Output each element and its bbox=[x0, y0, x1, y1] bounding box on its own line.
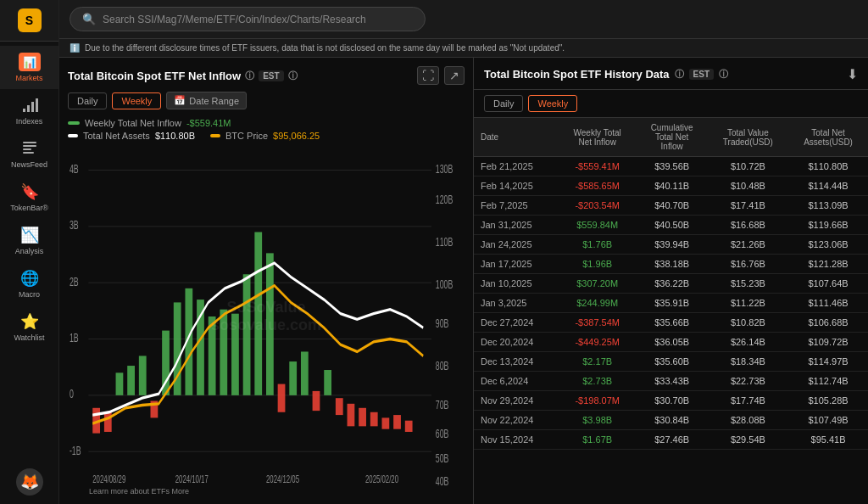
cell-assets: $114.97B bbox=[788, 352, 868, 372]
svg-rect-1 bbox=[27, 105, 30, 112]
cell-date: Feb 21,2025 bbox=[474, 157, 559, 176]
svg-text:120B: 120B bbox=[436, 193, 453, 207]
cell-cumulative: $36.22B bbox=[637, 274, 708, 294]
chart-legend: Weekly Total Net Inflow -$559.41M Total … bbox=[68, 118, 465, 141]
cell-date: Jan 3,2025 bbox=[474, 294, 559, 313]
search-icon: 🔍 bbox=[82, 13, 96, 25]
svg-rect-7 bbox=[23, 152, 34, 154]
cell-traded: $16.76B bbox=[708, 255, 788, 274]
date-range-button[interactable]: 📅 Date Range bbox=[166, 92, 247, 109]
cell-assets: $106.68B bbox=[788, 313, 868, 333]
tokenbar-icon: 🔖 bbox=[20, 182, 39, 201]
right-weekly-tab[interactable]: Weekly bbox=[528, 95, 577, 112]
cell-net-inflow: -$387.54M bbox=[559, 313, 637, 333]
chart-footer-link: Learn more about ETFs More bbox=[68, 485, 465, 496]
right-title: Total Bitcoin Spot ETF History Data ⓘ ES… bbox=[484, 68, 728, 81]
cell-assets: $110.80B bbox=[788, 157, 868, 176]
svg-rect-48 bbox=[301, 351, 309, 395]
svg-text:50B: 50B bbox=[436, 451, 449, 466]
svg-rect-5 bbox=[23, 145, 36, 147]
cell-net-inflow: $1.67B bbox=[559, 430, 637, 450]
svg-rect-41 bbox=[220, 310, 227, 395]
cell-cumulative: $38.18B bbox=[637, 255, 708, 274]
svg-rect-47 bbox=[289, 361, 297, 395]
cell-net-inflow: $244.99M bbox=[559, 294, 637, 313]
cell-date: Nov 22,2024 bbox=[474, 411, 559, 430]
cell-cumulative: $36.05B bbox=[637, 333, 708, 352]
sidebar-item-watchlist[interactable]: ⭐ Watchlist bbox=[0, 305, 58, 349]
daily-tab[interactable]: Daily bbox=[68, 92, 107, 109]
svg-rect-33 bbox=[127, 366, 135, 395]
weekly-tab[interactable]: Weekly bbox=[112, 92, 161, 109]
legend-assets-label: Total Net Assets bbox=[83, 131, 150, 141]
right-header: Total Bitcoin Spot ETF History Data ⓘ ES… bbox=[474, 58, 868, 90]
history-table: Date Weekly TotalNet Inflow CumulativeTo… bbox=[474, 118, 868, 504]
cell-net-inflow: $2.73B bbox=[559, 372, 637, 391]
chart-area: SoSoValuesosovalue.com 4B 3B 2B 1B 0 -1B… bbox=[68, 148, 465, 485]
sidebar-item-newsfeed[interactable]: NewsFeed bbox=[0, 132, 58, 176]
cell-traded: $22.73B bbox=[708, 372, 788, 391]
sidebar-item-tokenbar[interactable]: 🔖 TokenBar® bbox=[0, 176, 58, 219]
sidebar-item-markets[interactable]: 📊 Markets bbox=[0, 46, 58, 89]
cell-net-inflow: -$198.07M bbox=[559, 391, 637, 411]
macro-icon: 🌐 bbox=[20, 269, 39, 288]
table-row: Nov 22,2024 $3.98B $30.84B $28.08B $107.… bbox=[474, 411, 868, 430]
sidebar-item-newsfeed-label: NewsFeed bbox=[11, 160, 47, 169]
cell-assets: $111.46B bbox=[788, 294, 868, 313]
svg-text:1B: 1B bbox=[70, 330, 79, 344]
cell-traded: $17.74B bbox=[708, 391, 788, 411]
share-button[interactable]: ↗ bbox=[444, 66, 465, 85]
svg-rect-57 bbox=[405, 421, 413, 432]
right-info-icon-2: ⓘ bbox=[719, 68, 728, 81]
legend-net-inflow: Weekly Total Net Inflow -$559.41M bbox=[68, 118, 465, 128]
col-net-inflow: Weekly TotalNet Inflow bbox=[559, 118, 637, 157]
svg-rect-4 bbox=[23, 142, 36, 143]
cell-net-inflow: -$203.54M bbox=[559, 196, 637, 216]
svg-text:0: 0 bbox=[70, 387, 74, 401]
panel-title: Total Bitcoin Spot ETF Net Inflow ⓘ EST … bbox=[68, 70, 298, 82]
right-info-icon: ⓘ bbox=[675, 68, 684, 81]
search-bar[interactable]: 🔍 Search SSI/Mag7/Meme/ETF/Coin/Index/Ch… bbox=[70, 7, 426, 31]
cell-date: Dec 6,2024 bbox=[474, 372, 559, 391]
svg-text:60B: 60B bbox=[436, 426, 449, 440]
sidebar-item-watchlist-label: Watchlist bbox=[14, 333, 44, 342]
cell-net-inflow: $1.96B bbox=[559, 255, 637, 274]
download-button[interactable]: ⬇ bbox=[847, 66, 858, 82]
svg-rect-54 bbox=[370, 412, 378, 427]
cell-assets: $105.28B bbox=[788, 391, 868, 411]
user-avatar[interactable]: 🦊 bbox=[16, 468, 43, 496]
svg-rect-53 bbox=[359, 408, 366, 427]
svg-text:40B: 40B bbox=[436, 474, 449, 485]
cell-traded: $26.14B bbox=[708, 333, 788, 352]
sidebar-item-indexes[interactable]: Indexes bbox=[0, 89, 58, 132]
legend-assets: Total Net Assets $110.80B BTC Price $95,… bbox=[68, 131, 465, 141]
fullscreen-button[interactable]: ⛶ bbox=[417, 66, 439, 85]
cell-cumulative: $40.70B bbox=[637, 196, 708, 216]
svg-text:4B: 4B bbox=[70, 161, 79, 176]
svg-rect-43 bbox=[243, 274, 251, 395]
cell-date: Jan 24,2025 bbox=[474, 235, 559, 255]
sidebar-item-macro[interactable]: 🌐 Macro bbox=[0, 262, 58, 305]
sidebar-item-analysis[interactable]: 📉 Analysis bbox=[0, 219, 58, 262]
svg-rect-3 bbox=[36, 98, 38, 112]
cell-cumulative: $39.94B bbox=[637, 235, 708, 255]
svg-rect-55 bbox=[382, 417, 390, 428]
cell-assets: $109.72B bbox=[788, 333, 868, 352]
cell-assets: $112.74B bbox=[788, 372, 868, 391]
cell-net-inflow: $307.20M bbox=[559, 274, 637, 294]
svg-rect-34 bbox=[139, 356, 147, 395]
col-traded: Total ValueTraded(USD) bbox=[708, 118, 788, 157]
main-content: 🔍 Search SSI/Mag7/Meme/ETF/Coin/Index/Ch… bbox=[59, 0, 868, 504]
legend-assets-value: $110.80B bbox=[155, 131, 195, 141]
cell-cumulative: $27.46B bbox=[637, 430, 708, 450]
svg-text:100B: 100B bbox=[436, 277, 453, 291]
svg-text:2024/12/05: 2024/12/05 bbox=[266, 472, 299, 484]
sidebar-item-macro-label: Macro bbox=[19, 290, 40, 299]
cell-cumulative: $40.50B bbox=[637, 216, 708, 235]
sidebar-item-indexes-label: Indexes bbox=[16, 117, 43, 126]
cell-date: Jan 17,2025 bbox=[474, 255, 559, 274]
right-daily-tab[interactable]: Daily bbox=[484, 95, 523, 112]
legend-net-inflow-value: -$559.41M bbox=[186, 118, 231, 128]
cell-assets: $113.09B bbox=[788, 196, 868, 216]
cell-cumulative: $40.11B bbox=[637, 176, 708, 196]
